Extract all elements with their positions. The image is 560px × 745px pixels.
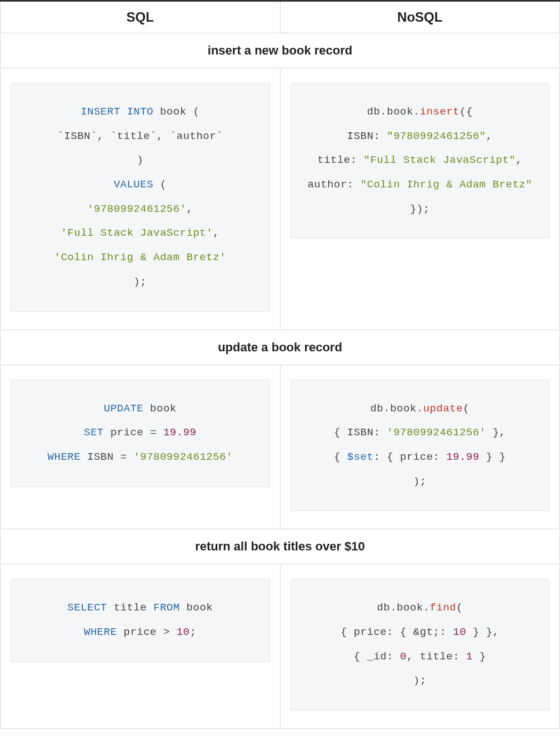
nosql-code-block: db.book.insert({ ISBN: "9780992461256", …: [291, 83, 550, 239]
column-header-sql: SQL: [1, 1, 281, 33]
column-header-nosql: NoSQL: [280, 1, 560, 33]
section-title: insert a new book record: [1, 33, 560, 68]
sql-code-block: UPDATE book SET price = 19.99 WHERE ISBN…: [11, 380, 270, 487]
sql-code-cell: INSERT INTO book ( `ISBN`, `title`, `aut…: [1, 68, 281, 330]
nosql-code-block: db.book.find( { price: { &gt;: 10 } }, {…: [291, 579, 550, 711]
nosql-code-cell: db.book.update( { ISBN: '9780992461256' …: [280, 365, 560, 529]
section-title: return all book titles over $10: [1, 529, 560, 564]
nosql-code-cell: db.book.find( { price: { &gt;: 10 } }, {…: [280, 564, 560, 729]
sql-code-block: INSERT INTO book ( `ISBN`, `title`, `aut…: [11, 83, 270, 312]
sql-code-cell: UPDATE book SET price = 19.99 WHERE ISBN…: [1, 365, 281, 529]
section-title: update a book record: [1, 330, 560, 365]
sql-code-block: SELECT title FROM book WHERE price > 10;: [11, 579, 270, 662]
nosql-code-block: db.book.update( { ISBN: '9780992461256' …: [291, 380, 550, 511]
sql-code-cell: SELECT title FROM book WHERE price > 10;: [1, 564, 281, 729]
nosql-code-cell: db.book.insert({ ISBN: "9780992461256", …: [280, 68, 560, 330]
comparison-table: SQL NoSQL insert a new book recordINSERT…: [0, 0, 560, 729]
